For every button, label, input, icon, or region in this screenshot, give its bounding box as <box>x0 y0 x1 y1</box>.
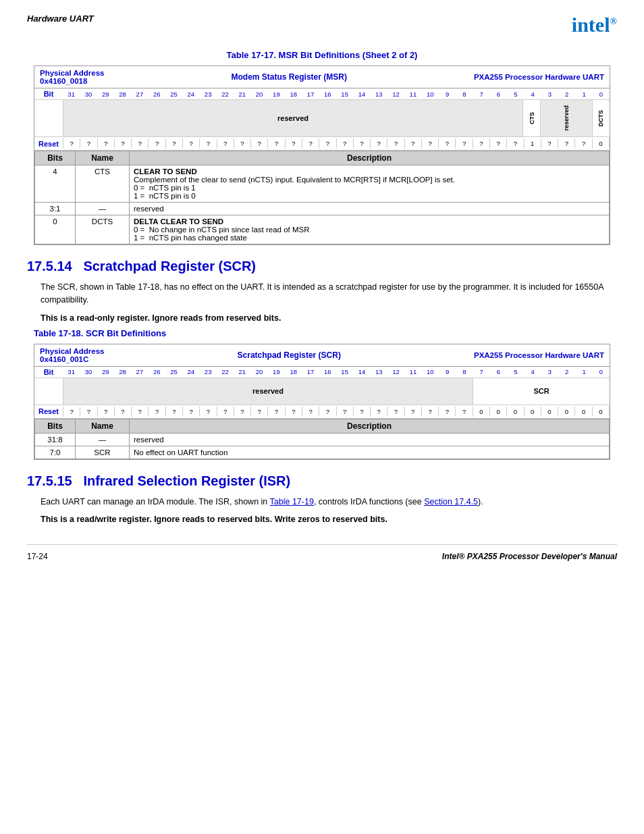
section-17-5-14: 17.5.14 Scratchpad Register (SCR) The SC… <box>27 259 617 323</box>
reg-name-1: Modem Status Register (MSR) <box>232 72 347 82</box>
reserved-cell-2: reserved <box>541 100 593 136</box>
section-17-4-5-link[interactable]: Section 17.4.5 <box>424 497 478 506</box>
section-1415-heading: 17.5.15 Infrared Selection Register (ISR… <box>27 473 617 489</box>
reset-row-1: Reset ? ? ? ? ? ? ? ? ? ? ? ? ? ? ? ? ? … <box>34 137 610 151</box>
desc-header-desc-2: Description <box>130 419 610 433</box>
table-17-17-title: Table 17-17. MSR Bit Definitions (Sheet … <box>27 50 617 60</box>
table-row: 31:8 — reserved <box>35 433 610 446</box>
page-number: 17-24 <box>27 552 48 561</box>
bit-numbers-2: 31 30 29 28 27 26 25 24 23 22 21 20 19 1… <box>63 368 610 375</box>
hardware-uart-title: Hardware UART <box>27 14 94 24</box>
reg-proc-1: PXA255 Processor Hardware UART <box>474 73 604 81</box>
table-17-18-title: Table 17-18. SCR Bit Definitions <box>34 328 617 338</box>
reset-cells-1: ? ? ? ? ? ? ? ? ? ? ? ? ? ? ? ? ? ? ? ? <box>63 138 610 149</box>
page-footer: 17-24 Intel® PXA255 Processor Developer'… <box>27 544 617 561</box>
page-header: Hardware UART intel® <box>27 14 617 36</box>
reg-cells-row-2: reserved SCR <box>34 378 610 405</box>
reg-info-row-1: Physical Address 0x4160_0018 Modem Statu… <box>34 66 610 88</box>
reset-row-2: Reset ? ? ? ? ? ? ? ? ? ? ? ? ? ? ? ? ? … <box>34 405 610 419</box>
table-17-18: Table 17-18. SCR Bit Definitions Physica… <box>27 328 617 460</box>
cts-cell: CTS <box>523 100 541 136</box>
section-17-5-15: 17.5.15 Infrared Selection Register (ISR… <box>27 473 617 525</box>
table-row: 4 CTS CLEAR TO SEND Complement of the cl… <box>35 165 610 203</box>
table-row: 0 DCTS DELTA CLEAR TO SEND 0 = No change… <box>35 215 610 244</box>
reserved-cell-scr: reserved <box>63 378 473 405</box>
desc-header-desc-1: Description <box>130 151 610 165</box>
reserved-cell-1: reserved <box>63 100 523 136</box>
table-17-18-wrapper: Physical Address 0x4160_001C Scratchpad … <box>34 344 610 460</box>
reg-cells-row-1: reserved CTS reserved DCTS <box>34 100 610 137</box>
doc-title: Intel® PXA255 Processor Developer's Manu… <box>442 552 617 561</box>
section-1415-note: This is a read/write register. Ignore re… <box>41 515 617 524</box>
desc-table-1: Bits Name Description 4 CTS CLEAR TO SEN… <box>34 151 610 244</box>
section-1414-heading: 17.5.14 Scratchpad Register (SCR) <box>27 259 617 274</box>
reset-cells-2: ? ? ? ? ? ? ? ? ? ? ? ? ? ? ? ? ? ? ? ? <box>63 407 610 417</box>
section-1414-body: The SCR, shown in Table 17-18, has no ef… <box>41 281 617 307</box>
bit-numbers-1: 31 30 29 28 27 26 25 24 23 22 21 20 19 1… <box>63 90 610 98</box>
table-17-19-link[interactable]: Table 17-19 <box>270 497 314 506</box>
bit-numbers-row-1: Bit 31 30 29 28 27 26 25 24 23 22 21 20 … <box>34 88 610 100</box>
phys-addr-1: Physical Address 0x4160_0018 <box>40 69 104 85</box>
desc-header-bits-2: Bits <box>35 419 76 433</box>
desc-header-name-2: Name <box>76 419 130 433</box>
desc-table-2: Bits Name Description 31:8 — reserved 7:… <box>34 419 610 459</box>
bit-label-2: Bit <box>34 368 63 376</box>
section-1414-note: This is a read-only register. Ignore rea… <box>41 313 617 323</box>
bit-label-1: Bit <box>34 90 63 98</box>
desc-header-bits-1: Bits <box>35 151 76 165</box>
reg-info-row-2: Physical Address 0x4160_001C Scratchpad … <box>34 344 610 367</box>
desc-header-name-1: Name <box>76 151 130 165</box>
table-row: 7:0 SCR No effect on UART function <box>35 446 610 459</box>
reset-label-2: Reset <box>34 407 63 415</box>
reg-proc-2: PXA255 Processor Hardware UART <box>474 351 604 359</box>
reg-name-2: Scratchpad Register (SCR) <box>238 350 341 360</box>
reset-label-1: Reset <box>34 140 63 148</box>
intel-logo: intel® <box>572 14 617 36</box>
bit-numbers-row-2: Bit 31 30 29 28 27 26 25 24 23 22 21 20 … <box>34 367 610 378</box>
table-17-17: Table 17-17. MSR Bit Definitions (Sheet … <box>27 50 617 245</box>
table-row: 3:1 — reserved <box>35 203 610 215</box>
scr-cell: SCR <box>473 378 610 405</box>
section-1415-body: Each UART can manage an IrDA module. The… <box>41 496 617 509</box>
phys-addr-2: Physical Address 0x4160_001C <box>40 347 104 363</box>
table-17-17-wrapper: Physical Address 0x4160_0018 Modem Statu… <box>34 66 610 245</box>
dcts-cell: DCTS <box>593 100 610 136</box>
